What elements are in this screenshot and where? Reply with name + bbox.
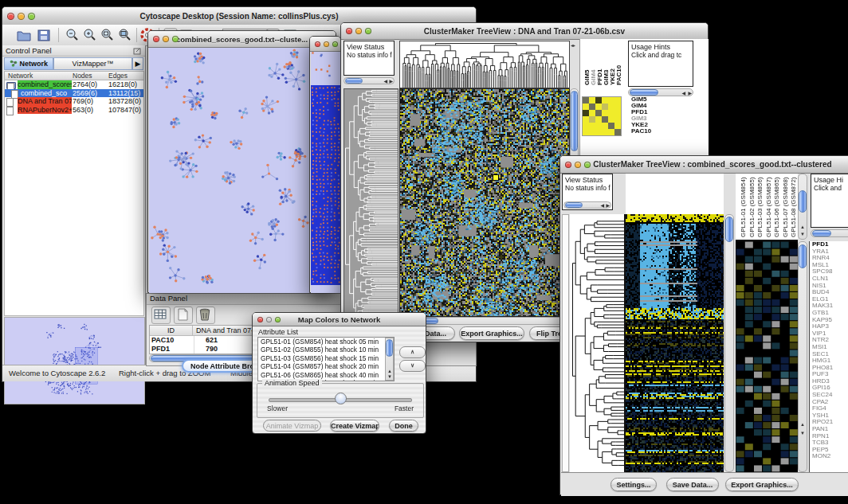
export-graphics-button[interactable]: Export Graphics...	[725, 478, 799, 491]
float-panel-icon[interactable]	[133, 47, 142, 55]
attribute-list-item[interactable]: GPL51-06 (GSM865) heat shock 40 min	[261, 371, 394, 379]
zoom-button[interactable]	[28, 13, 35, 20]
zoom-row-label[interactable]: PAC10	[631, 128, 651, 135]
settings-button[interactable]: Settings...	[610, 478, 657, 491]
column-label[interactable]: GPL51-02 (GSM855)	[748, 177, 756, 237]
column-labels-scrollbar[interactable]: ▲ ▼	[798, 174, 807, 240]
move-up-button[interactable]: ∧	[399, 346, 426, 358]
create-vizmap-button[interactable]: Create Vizmap	[330, 420, 379, 432]
column-label[interactable]: GPL51-03 (GSM856)	[756, 177, 764, 237]
scroll-thumb[interactable]	[386, 339, 393, 357]
close-button[interactable]	[346, 28, 352, 34]
tab-network[interactable]: Network	[4, 57, 53, 70]
minimize-button[interactable]	[18, 13, 25, 20]
network-canvas-2[interactable]	[311, 52, 341, 293]
scroll-up-arrow[interactable]: ▲	[800, 422, 805, 427]
scroll-right-arrow[interactable]: ▶	[389, 79, 393, 84]
col-network[interactable]: Network	[8, 72, 33, 80]
scroll-thumb[interactable]	[565, 202, 583, 208]
network-table-row[interactable]: DNA and Tran 07 769(0) 183728(0)	[5, 97, 143, 106]
network-table-row[interactable]: combined_scores 2764(0) 16218(0)	[5, 80, 143, 89]
zoom-button[interactable]	[275, 317, 281, 322]
scroll-left-arrow[interactable]: ◀	[600, 203, 604, 208]
treeview2-titlebar[interactable]: ClusterMaker TreeView : combined_scores_…	[560, 156, 848, 174]
minimize-button[interactable]	[163, 36, 169, 42]
export-graphics-button[interactable]: Export Graphics...	[459, 326, 524, 340]
birds-eye-overview[interactable]	[4, 317, 145, 404]
attribute-list-item[interactable]: GPL51-02 (GSM855) heat shock 10 min	[261, 346, 394, 354]
gene-label[interactable]: MON2	[812, 453, 848, 460]
global-heatmap[interactable]	[399, 88, 570, 317]
select-attributes-icon[interactable]	[151, 307, 171, 324]
zoom-button[interactable]	[365, 28, 371, 34]
view-status-scrollbar[interactable]: ◀ ▶	[563, 201, 611, 209]
col-edges[interactable]: Edges	[108, 72, 128, 80]
zoom-fit-icon[interactable]	[117, 27, 133, 43]
zoom-in-icon[interactable]	[82, 27, 98, 43]
attribute-list-item[interactable]: GPL51-04 (GSM857) heat shock 20 min	[261, 362, 394, 370]
network-window-titlebar[interactable]: combined_scores_good.txt--cluste...	[148, 31, 336, 48]
close-button[interactable]	[565, 162, 571, 168]
minimize-button[interactable]	[575, 162, 581, 168]
network-table-row[interactable]: combined_sco 2569(6) 13112(15)	[5, 89, 143, 98]
save-icon[interactable]	[36, 27, 52, 43]
panel-divider-arrows[interactable]: ◂▸	[571, 42, 575, 48]
scroll-thumb[interactable]	[630, 89, 658, 96]
scroll-thumb[interactable]	[812, 230, 831, 236]
global-heatmap[interactable]	[626, 214, 724, 472]
scroll-thumb[interactable]	[725, 217, 733, 242]
close-button[interactable]	[153, 36, 159, 42]
minimize-button[interactable]	[324, 41, 329, 47]
scroll-left-arrow[interactable]: ◀	[383, 79, 387, 84]
view-status-scrollbar[interactable]: ◀ ▶	[344, 77, 395, 84]
speed-slider-thumb[interactable]	[335, 393, 347, 404]
dialog-titlebar[interactable]: Map Colors to Network	[253, 313, 426, 326]
delete-attribute-icon[interactable]	[196, 307, 215, 324]
dp-col-id[interactable]: ID	[150, 326, 193, 335]
network-window-2-titlebar[interactable]	[310, 37, 340, 52]
network-table-row[interactable]: RNAPuberNov2+I 563(0) 107847(0)	[5, 106, 143, 115]
column-tree-area[interactable]	[626, 174, 724, 215]
column-label[interactable]: GPL51-08 (GSM872)	[790, 177, 797, 237]
zoom-heatmap[interactable]	[736, 241, 798, 472]
column-label[interactable]: GPL51-06 (GSM865)	[773, 177, 780, 237]
scroll-thumb[interactable]	[799, 244, 807, 268]
attribute-list-item[interactable]: GPL51-01 (GSM854) heat shock 05 min	[261, 338, 394, 346]
column-label[interactable]: GPL51-04 (GSM857)	[765, 177, 772, 237]
col-nodes[interactable]: Nodes	[73, 72, 92, 80]
tab-vizmapper[interactable]: VizMapper™	[53, 57, 132, 70]
attribute-list-scrollbar[interactable]: ▲ ▼	[385, 338, 394, 381]
column-dendrogram[interactable]	[399, 41, 570, 88]
row-dendrogram[interactable]	[344, 88, 398, 317]
close-button[interactable]	[315, 41, 320, 47]
open-file-icon[interactable]	[16, 27, 32, 43]
heatmap-vscrollbar[interactable]	[724, 214, 734, 472]
tab-overflow-arrow[interactable]: ▶	[132, 57, 143, 70]
zoom-selected-icon[interactable]	[100, 27, 116, 43]
zoom-vscrollbar[interactable]: ▲ ▼	[798, 241, 807, 472]
network-canvas[interactable]	[149, 48, 336, 293]
scroll-up-arrow[interactable]: ▲	[800, 225, 805, 229]
scroll-thumb[interactable]	[571, 91, 578, 151]
minimize-button[interactable]	[266, 317, 272, 322]
scroll-right-arrow[interactable]: ▶	[606, 203, 610, 208]
done-button[interactable]: Done	[389, 420, 418, 432]
scroll-down-arrow[interactable]: ▼	[800, 431, 805, 436]
animate-vizmap-button[interactable]: Animate Vizmap	[263, 420, 321, 432]
treeview1-titlebar[interactable]: ClusterMaker TreeView : DNA and Tran 07-…	[341, 23, 708, 40]
zoom-out-icon[interactable]	[65, 27, 80, 43]
scroll-down-arrow[interactable]: ▼	[387, 374, 392, 379]
network-table-header[interactable]: Network Nodes Edges	[4, 71, 144, 80]
row-dendrogram[interactable]	[570, 214, 626, 472]
zoom-heatmap-matrix[interactable]	[582, 96, 622, 136]
zoom-button[interactable]	[172, 36, 179, 42]
column-label[interactable]: GPL51-07 (GSM868)	[782, 177, 789, 237]
new-attribute-icon[interactable]	[174, 307, 193, 324]
close-button[interactable]	[7, 13, 14, 20]
zoom-column-label[interactable]: PAC10	[615, 65, 622, 85]
column-label[interactable]: GPL51-01 (GSM854)	[740, 177, 747, 237]
zoom-button[interactable]	[332, 41, 338, 47]
scroll-left-arrow[interactable]: ◀	[681, 91, 685, 96]
usage-scrollbar[interactable]	[811, 229, 848, 237]
attribute-list-item[interactable]: GPL51-03 (GSM856) heat shock 15 min	[261, 354, 394, 362]
